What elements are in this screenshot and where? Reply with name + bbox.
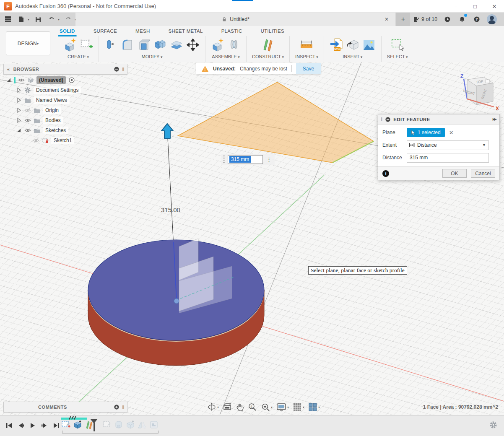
collapsed-arrow-icon[interactable] [16, 117, 22, 123]
cancel-button[interactable]: Cancel [471, 169, 495, 178]
undo-caret[interactable]: ▾ [58, 18, 60, 21]
timeline-playhead-bar[interactable] [94, 423, 95, 431]
drag-arrow-manipulator[interactable] [161, 124, 173, 138]
tab-solid[interactable]: SOLID [60, 27, 75, 36]
notifications-icon[interactable] [457, 15, 467, 24]
viewports-tool[interactable]: ▾ [308, 402, 320, 412]
insert-menu[interactable]: INSERT [343, 54, 362, 59]
fit-tool[interactable]: ▾ [261, 402, 273, 412]
press-pull-tool[interactable] [104, 37, 118, 52]
modify-menu[interactable]: MODIFY [142, 54, 163, 59]
display-settings-tool[interactable]: ▾ [276, 402, 289, 412]
visibility-eye-off-icon[interactable] [24, 107, 31, 114]
tab-plastic[interactable]: PLASTIC [221, 27, 242, 36]
combine-tool[interactable] [153, 37, 167, 52]
viewcube-corner[interactable] [486, 80, 489, 83]
new-body-tool[interactable] [63, 37, 77, 52]
measure-tool[interactable] [300, 37, 313, 52]
play-button[interactable] [28, 420, 37, 430]
close-button[interactable]: ✕ [485, 0, 504, 13]
tree-row-named-views[interactable]: Named Views [16, 96, 70, 105]
tree-row-root[interactable]: (Unsaved) [6, 75, 75, 85]
inspect-menu[interactable]: INSPECT [295, 54, 318, 59]
plane-selection-button[interactable]: 1 selected [407, 128, 445, 137]
insert-mesh-tool[interactable] [346, 37, 359, 52]
timeline-extrude1-feature[interactable] [73, 420, 83, 430]
help-icon[interactable]: ? [472, 15, 481, 24]
close-tab-icon[interactable]: ✕ [383, 16, 390, 23]
go-to-start-button[interactable] [4, 420, 14, 430]
timeline-sketch1-feature[interactable] [61, 420, 71, 430]
expand-dialog-icon[interactable]: ▶▶ [493, 117, 496, 121]
file-menu-icon[interactable] [17, 15, 26, 24]
ok-button[interactable]: OK [442, 169, 467, 178]
move-tool[interactable] [186, 37, 200, 52]
go-to-end-button[interactable] [51, 420, 61, 430]
app-grid-icon[interactable] [3, 15, 13, 24]
create-sketch-tool[interactable] [80, 37, 93, 52]
panel-grip-icon[interactable]: ‖ [122, 67, 125, 72]
collapsed-arrow-icon[interactable] [16, 97, 22, 103]
canvas-distance-input[interactable]: 315 mm [228, 155, 263, 164]
save-icon[interactable] [34, 15, 43, 24]
insert-svg-tool[interactable]: SVG [330, 37, 343, 52]
save-link[interactable]: Save [296, 63, 321, 74]
insert-canvas-tool[interactable] [362, 37, 376, 52]
panel-grip-icon[interactable]: ‖ [122, 405, 125, 410]
view-cube[interactable]: Z TOP FRONT RIGHT X [452, 71, 503, 117]
add-comment-icon[interactable] [114, 404, 120, 410]
collapsed-arrow-icon[interactable] [16, 107, 22, 113]
file-menu-caret[interactable]: ▾ [28, 18, 29, 21]
visibility-eye-icon[interactable] [18, 77, 25, 83]
zoom-tool[interactable]: ± [248, 402, 257, 412]
orbit-tool[interactable]: ▾ [207, 402, 219, 412]
dialog-header[interactable]: ‖ EDIT FEATURE ▶▶ [378, 114, 499, 125]
tree-row-document-settings[interactable]: Document Settings [16, 86, 81, 95]
expanded-arrow-icon[interactable] [16, 127, 22, 133]
collapsed-arrow-icon[interactable] [16, 87, 22, 93]
tab-mesh[interactable]: MESH [135, 27, 150, 36]
clear-selection-icon[interactable]: ✕ [449, 130, 454, 136]
tree-row-bodies[interactable]: Bodies [16, 116, 63, 125]
viewport-canvas[interactable]: 315.00 « BROWSER ‖ (Unsaved) Document Se… [0, 62, 504, 415]
collapse-panel-icon[interactable]: « [7, 67, 10, 72]
fillet-tool[interactable] [121, 37, 134, 52]
minimize-button[interactable]: – [446, 0, 465, 13]
collapse-dialog-icon[interactable] [385, 117, 391, 122]
offset-face-tool[interactable] [170, 37, 183, 52]
input-options-icon[interactable]: ⋮ [265, 156, 273, 163]
timeline-settings-gear-icon[interactable] [489, 421, 497, 431]
new-tab-button[interactable]: + [396, 13, 410, 26]
timeline-suppressed-extrude-feature[interactable] [125, 420, 135, 430]
input-grip-icon[interactable] [223, 155, 226, 164]
joint-tool[interactable] [227, 37, 241, 52]
expanded-arrow-icon[interactable] [6, 77, 12, 83]
info-icon[interactable]: i [382, 170, 389, 177]
timeline-suppressed-form-feature[interactable] [149, 420, 159, 430]
pan-tool[interactable] [236, 402, 244, 412]
distance-input[interactable] [407, 153, 489, 163]
design-workspace-menu[interactable]: DESIGN [6, 31, 50, 55]
redo-icon[interactable] [64, 15, 73, 24]
construction-plane-offset[interactable] [178, 82, 374, 163]
tree-row-sketches[interactable]: Sketches [16, 126, 68, 135]
document-tab[interactable]: Untitled* ✕ [75, 13, 395, 26]
new-component-tool[interactable] [211, 37, 224, 52]
timeline-suppressed-sketch-feature[interactable] [102, 420, 112, 430]
timeline-suppressed-revolve-feature[interactable] [114, 420, 124, 430]
hide-panel-icon[interactable] [114, 66, 120, 72]
look-at-tool[interactable] [223, 403, 232, 411]
assemble-menu[interactable]: ASSEMBLE [212, 54, 239, 59]
step-forward-button[interactable] [39, 420, 49, 430]
origin-point[interactable] [174, 298, 179, 304]
visibility-eye-icon[interactable] [24, 117, 31, 124]
tab-utilities[interactable]: UTILITIES [261, 27, 284, 36]
timeline-suppressed-mirror-feature[interactable] [137, 420, 147, 430]
browser-panel-header[interactable]: « BROWSER ‖ [3, 64, 127, 75]
tab-surface[interactable]: SURFACE [94, 27, 117, 36]
shell-tool[interactable] [137, 37, 151, 52]
maximize-button[interactable]: □ [465, 0, 485, 13]
comments-panel-header[interactable]: COMMENTS ‖ [3, 402, 127, 413]
construct-menu[interactable]: CONSTRUCT [252, 54, 284, 59]
select-tool[interactable] [391, 37, 404, 52]
